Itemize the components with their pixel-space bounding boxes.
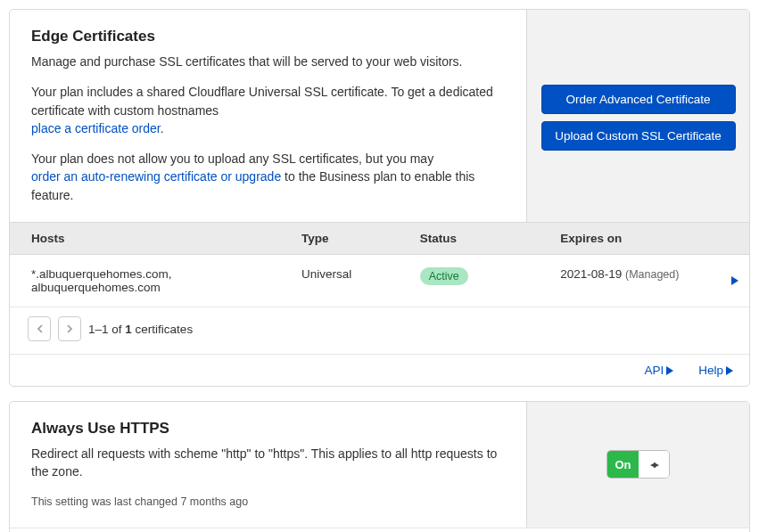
- upload-custom-ssl-button[interactable]: Upload Custom SSL Certificate: [541, 121, 736, 151]
- prev-page-button[interactable]: [28, 316, 51, 341]
- svg-marker-0: [731, 276, 738, 285]
- table-row[interactable]: *.albuquerquehomes.com, albuquerquehomes…: [10, 255, 749, 307]
- edge-cert-sidebar: Order Advanced Certificate Upload Custom…: [526, 10, 749, 222]
- order-auto-renewing-link[interactable]: order an auto-renewing certificate or up…: [31, 169, 281, 184]
- expires-date: 2021-08-19: [560, 267, 622, 281]
- https-content: Always Use HTTPS Redirect all requests w…: [10, 402, 526, 528]
- certificates-table: Hosts Type Status Expires on *.albuquerq…: [10, 222, 749, 307]
- toggle-grip-icon: ◂▸: [639, 451, 669, 478]
- edge-cert-footer: API Help: [10, 354, 749, 386]
- edge-certificates-card: Edge Certificates Manage and purchase SS…: [9, 9, 750, 387]
- pagination: 1–1 of 1 certificates: [10, 307, 749, 354]
- expand-row-icon[interactable]: [731, 274, 738, 288]
- next-page-button[interactable]: [58, 316, 81, 341]
- cell-hosts: *.albuquerquehomes.com, albuquerquehomes…: [10, 255, 291, 307]
- col-hosts: Hosts: [10, 223, 291, 255]
- edge-cert-upload-text: Your plan does not allow you to upload a…: [31, 150, 505, 204]
- pager-of: of: [111, 323, 121, 336]
- cell-type: Universal: [291, 255, 409, 307]
- edge-cert-title: Edge Certificates: [31, 28, 505, 45]
- https-footer: API Help: [10, 528, 749, 532]
- api-label: API: [644, 364, 664, 377]
- edge-cert-plan-text: Your plan includes a shared Cloudflare U…: [31, 83, 505, 137]
- upload-text-pre: Your plan does not allow you to upload a…: [31, 151, 433, 166]
- svg-marker-2: [726, 366, 733, 375]
- col-expires: Expires on: [549, 223, 721, 255]
- help-label: Help: [698, 364, 723, 377]
- cell-expires: 2021-08-19 (Managed): [549, 255, 721, 307]
- svg-marker-1: [666, 366, 673, 375]
- order-advanced-cert-button[interactable]: Order Advanced Certificate: [541, 85, 736, 114]
- pager-range: 1–1: [88, 323, 109, 336]
- help-link[interactable]: Help: [698, 364, 733, 377]
- https-last-changed: This setting was last changed 7 months a…: [31, 494, 505, 510]
- https-desc: Redirect all requests with scheme "http"…: [31, 445, 505, 481]
- always-use-https-card: Always Use HTTPS Redirect all requests w…: [9, 401, 750, 532]
- pagination-text: 1–1 of 1 certificates: [88, 323, 193, 336]
- always-use-https-toggle[interactable]: On ◂▸: [606, 450, 669, 479]
- api-link[interactable]: API: [644, 364, 673, 377]
- edge-cert-subtitle: Manage and purchase SSL certificates tha…: [31, 53, 505, 70]
- https-title: Always Use HTTPS: [31, 420, 505, 438]
- expires-note: (Managed): [625, 268, 679, 281]
- col-type: Type: [291, 223, 409, 255]
- status-badge: Active: [420, 267, 468, 285]
- edge-cert-content: Edge Certificates Manage and purchase SS…: [10, 10, 526, 222]
- pager-total: 1: [125, 323, 132, 336]
- plan-text-pre: Your plan includes a shared Cloudflare U…: [31, 85, 493, 117]
- https-sidebar: On ◂▸: [526, 402, 749, 528]
- pager-label: certificates: [136, 323, 194, 336]
- col-status: Status: [409, 223, 550, 255]
- toggle-on-label: On: [607, 451, 638, 478]
- place-certificate-order-link[interactable]: place a certificate order: [31, 121, 161, 135]
